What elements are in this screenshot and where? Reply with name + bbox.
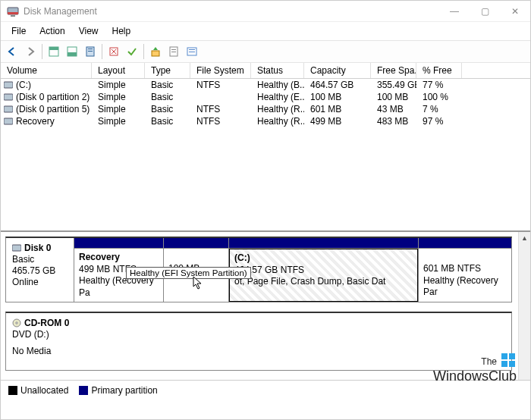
partition-tooltip: Healthy (EFI System Partition) [126,267,251,279]
disk-0-row[interactable]: Disk 0 Basic 465.75 GB Online Recovery 4… [5,237,512,302]
legend-primary: Primary partition [79,385,157,396]
volume-row[interactable]: (Disk 0 partition 5)SimpleBasicNTFSHealt… [1,103,530,115]
properties-button[interactable] [82,43,99,60]
menu-bar: File Action View Help [1,22,530,40]
svg-rect-18 [4,82,13,88]
menu-view[interactable]: View [73,24,105,38]
scrollbar[interactable]: ▲ [518,232,530,380]
svg-rect-2 [11,15,15,17]
volume-icon [4,105,13,114]
up-button[interactable] [147,43,164,60]
col-status[interactable]: Status [251,63,304,78]
dvd-icon [12,318,21,328]
volume-icon [4,92,13,102]
volume-row[interactable]: (C:)SimpleBasicNTFSHealthy (B...464.57 G… [1,79,530,91]
close-button[interactable]: ✕ [500,2,530,21]
disk-0-size: 465.75 GB [12,265,68,276]
col-type[interactable]: Type [145,63,190,78]
volume-row[interactable]: RecoverySimpleBasicNTFSHealthy (R...499 … [1,115,530,127]
volume-row[interactable]: (Disk 0 partition 2)SimpleBasicHealthy (… [1,91,530,103]
svg-rect-14 [171,52,176,52]
cdrom-drive: DVD (D:) [12,329,505,340]
svg-rect-6 [68,52,77,56]
hdd-icon [12,243,21,252]
partition-recovery-2[interactable]: 601 MB NTFS Healthy (Recovery Par [419,238,511,302]
menu-help[interactable]: Help [106,24,137,38]
svg-rect-4 [49,47,58,50]
svg-rect-22 [12,245,21,251]
volume-list-header[interactable]: Volume Layout Type File System Status Ca… [1,63,530,79]
minimize-button[interactable]: — [439,2,470,21]
svg-rect-17 [189,52,195,52]
menu-action[interactable]: Action [33,24,71,38]
window-title: Disk Management [24,6,439,17]
back-button[interactable] [4,43,20,60]
refresh-button[interactable] [105,43,122,60]
view-top-button[interactable] [46,43,62,60]
col-volume[interactable]: Volume [1,63,92,78]
svg-rect-11 [152,51,159,56]
col-capacity[interactable]: Capacity [304,63,371,78]
svg-rect-1 [8,12,18,14]
partition-efi[interactable]: 100 MB Healthy (EFI System Partition) [164,238,229,302]
cursor-icon [193,276,203,290]
volume-list[interactable]: Volume Layout Type File System Status Ca… [1,63,530,232]
cdrom-state: No Media [12,346,505,356]
windows-logo-icon [500,352,517,368]
svg-rect-28 [509,361,515,367]
partition-c[interactable]: (C:) 464.57 GB NTFS ot, Page File, Crash… [229,238,419,302]
svg-rect-16 [189,49,195,50]
svg-rect-8 [88,49,93,49]
maximize-button[interactable]: ▢ [470,2,500,21]
watermark: The WindowsClub [433,351,517,384]
forward-button[interactable] [22,43,39,60]
svg-rect-13 [171,49,176,50]
svg-rect-19 [4,94,13,100]
view-bottom-button[interactable] [64,43,80,60]
app-icon [7,5,19,17]
col-pct-free[interactable]: % Free [416,63,462,78]
svg-rect-20 [4,106,13,112]
menu-file[interactable]: File [5,24,32,38]
title-bar: Disk Management — ▢ ✕ [1,1,530,22]
disk-0-label: Disk 0 Basic 465.75 GB Online [6,238,74,302]
disk-0-type: Basic [12,254,68,265]
check-button[interactable] [124,43,140,60]
toolbar [1,40,530,63]
legend-unallocated: Unallocated [8,385,68,396]
svg-rect-9 [88,51,93,52]
svg-point-24 [16,322,17,324]
scroll-up-icon[interactable]: ▲ [519,232,530,244]
col-filesystem[interactable]: File System [190,63,251,78]
col-layout[interactable]: Layout [92,63,145,78]
list-button[interactable] [184,43,200,60]
svg-rect-26 [509,353,515,359]
volume-icon [4,117,13,126]
volume-icon [4,80,13,89]
col-free-space[interactable]: Free Spa... [371,63,416,78]
disk-0-state: Online [12,277,68,287]
svg-rect-25 [501,353,507,359]
svg-rect-27 [501,361,507,367]
settings-button[interactable] [165,43,182,60]
svg-rect-21 [4,118,13,124]
